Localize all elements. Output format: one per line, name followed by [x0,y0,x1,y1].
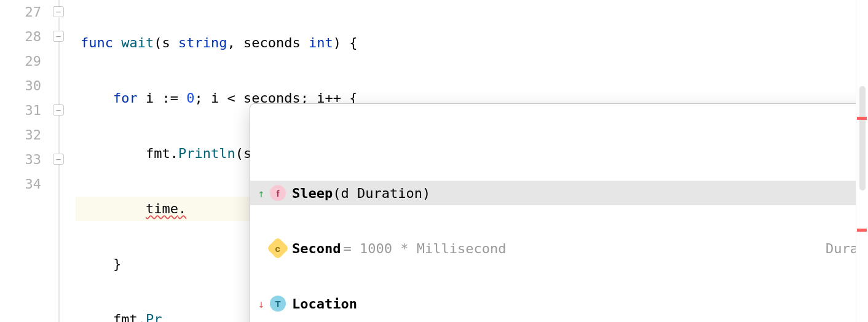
kind-constant-icon: c [267,237,290,260]
fold-toggle-icon[interactable] [53,154,64,165]
autocomplete-popup[interactable]: ↑ f Sleep(d Duration) c Second = 1000 * … [250,103,868,322]
completion-label: Second [292,241,341,256]
completion-label: Location [292,296,357,312]
kind-type-icon: T [270,296,286,312]
error-marker[interactable] [857,229,867,232]
autocomplete-item[interactable]: ↓ T Location [250,291,868,316]
line-number: 31 [0,98,41,123]
line-number: 33 [0,147,41,172]
line-number: 32 [0,123,41,147]
scrollbar-thumb[interactable] [859,86,866,190]
fold-column [58,0,76,322]
line-number: 27 [0,0,41,25]
autocomplete-item[interactable]: ↑ f Sleep(d Duration) [250,181,868,205]
kind-function-icon: f [270,185,286,201]
fold-toggle-icon[interactable] [53,31,64,42]
completion-value: = 1000 * Millisecond [343,241,506,256]
code-editor[interactable]: 27 28 29 30 31 32 33 34 func wait(s stri… [0,0,868,322]
error-marker[interactable] [857,117,867,120]
relevance-down-icon: ↓ [255,297,267,310]
line-number: 29 [0,49,41,74]
fold-toggle-icon[interactable] [53,6,64,17]
completion-label: Sleep(d Duration) [292,186,430,201]
line-number: 28 [0,25,41,49]
line-number-gutter: 27 28 29 30 31 32 33 34 [0,0,58,322]
code-line[interactable]: func wait(s string, seconds int) { [76,31,856,55]
autocomplete-list[interactable]: ↑ f Sleep(d Duration) c Second = 1000 * … [250,135,868,322]
line-number: 34 [0,172,41,197]
relevance-up-icon: ↑ [255,187,267,200]
code-area[interactable]: func wait(s string, seconds int) { for i… [76,0,856,322]
autocomplete-item[interactable]: c Second = 1000 * Millisecond Duration [250,236,868,261]
fold-toggle-icon[interactable] [53,104,64,116]
error-stripe[interactable] [856,0,868,322]
line-number: 30 [0,74,41,98]
